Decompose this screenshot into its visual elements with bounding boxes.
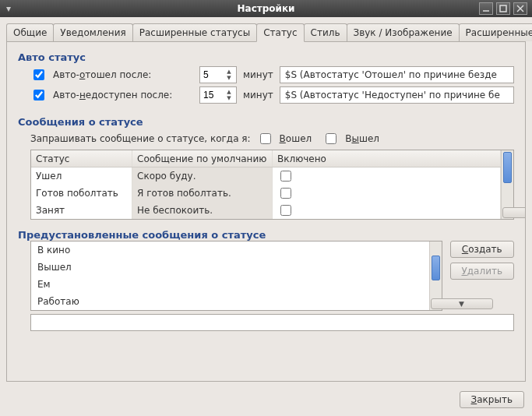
auto-away-checkbox[interactable]	[33, 69, 44, 80]
tabs: Общие Уведомления Расширенные статусы Ст…	[6, 23, 526, 42]
auto-na-message[interactable]: $S (Автостатус 'Недоступен' по причине б…	[280, 86, 514, 104]
auto-na-spin[interactable]: ▲▼	[199, 86, 237, 104]
table-scrollbar[interactable]: ▼	[501, 150, 513, 219]
tab-general[interactable]: Общие	[6, 23, 54, 41]
tab-style[interactable]: Стиль	[304, 23, 347, 41]
status-panel: Авто статус Авто-отошел после: ▲▼ минут …	[6, 42, 526, 382]
enabled-cell	[273, 202, 501, 219]
window-menu-icon[interactable]: ▾	[3, 3, 14, 14]
scrollbar-thumb[interactable]	[432, 256, 440, 280]
row-enabled-checkbox[interactable]	[280, 171, 291, 182]
maximize-button[interactable]	[496, 2, 510, 15]
list-item[interactable]: Вышел	[31, 259, 429, 276]
row-enabled-checkbox[interactable]	[280, 205, 291, 216]
presets-scrollbar[interactable]: ▼	[429, 241, 442, 310]
preset-text-input[interactable]	[30, 314, 514, 331]
scrollbar-thumb[interactable]	[503, 152, 512, 183]
auto-na-value[interactable]	[200, 90, 224, 100]
entered-label: Вошел	[280, 133, 312, 144]
auto-away-row: Авто-отошел после: ▲▼ минут $S (Автостат…	[30, 66, 514, 83]
table-row[interactable]: Занят Не беспокоить.	[31, 202, 501, 219]
list-item[interactable]: Ем	[31, 276, 429, 293]
row-enabled-checkbox[interactable]	[280, 188, 291, 199]
auto-away-message[interactable]: $S (Автостатус 'Отошел' по причине безде	[280, 66, 514, 83]
svg-rect-1	[500, 5, 506, 12]
status-cell: Занят	[31, 202, 132, 219]
dialog-footer: Закрыть	[0, 385, 532, 416]
delete-button[interactable]: Удалить	[450, 263, 515, 280]
auto-na-label: Авто-недоступен после:	[53, 90, 193, 100]
prompt-label: Запрашивать сообщение о статусе, когда я…	[30, 133, 251, 144]
entered-checkbox[interactable]	[260, 133, 271, 144]
presets-section: Предустановленные сообщения о статусе В …	[18, 229, 514, 331]
minimize-icon	[482, 5, 490, 12]
scroll-down-icon[interactable]: ▼	[502, 207, 526, 218]
table-row[interactable]: Готов поболтать Я готов поболтать.	[31, 185, 501, 202]
minimize-button[interactable]	[479, 2, 493, 15]
status-table: Статус Сообщение по умолчанию Включено У…	[30, 150, 514, 220]
spin-down-icon[interactable]: ▼	[224, 75, 234, 81]
tab-notifications[interactable]: Уведомления	[53, 23, 132, 41]
list-item[interactable]: Работаю	[31, 293, 429, 310]
spin-up-icon[interactable]: ▲	[224, 69, 234, 75]
col-status[interactable]: Статус	[31, 150, 132, 167]
status-cell: Ушел	[31, 167, 132, 185]
create-button[interactable]: Создать	[450, 241, 515, 258]
auto-na-row: Авто-недоступен после: ▲▼ минут $S (Авто…	[30, 86, 514, 104]
col-enabled[interactable]: Включено	[273, 150, 501, 167]
auto-na-checkbox[interactable]	[33, 90, 44, 100]
auto-away-label: Авто-отошел после:	[53, 69, 193, 80]
tab-sound-image[interactable]: Звук / Изображение	[347, 23, 460, 41]
auto-status-title: Авто статус	[18, 51, 514, 63]
table-row[interactable]: Ушел Скоро буду.	[31, 167, 501, 185]
status-messages-section: Сообщения о статусе Запрашивать сообщени…	[18, 116, 514, 220]
left-label: Вышел	[345, 133, 379, 144]
enabled-cell	[273, 167, 501, 185]
enabled-cell	[273, 185, 501, 202]
maximize-icon	[499, 5, 507, 12]
auto-status-section: Авто статус Авто-отошел после: ▲▼ минут …	[18, 51, 514, 107]
message-cell[interactable]: Скоро буду.	[132, 167, 273, 185]
auto-away-value[interactable]	[200, 69, 224, 80]
auto-away-unit: минут	[243, 69, 273, 80]
settings-window: ▾ Настройки Общие Уведомления Расширенны…	[0, 0, 532, 416]
spin-up-icon[interactable]: ▲	[224, 89, 234, 95]
tab-extended-statuses[interactable]: Расширенные статусы	[132, 23, 257, 41]
table-header: Статус Сообщение по умолчанию Включено	[31, 150, 501, 167]
list-item[interactable]: В кино	[31, 241, 429, 259]
presets-list: В кино Вышел Ем Работаю ▼	[30, 241, 442, 311]
status-cell: Готов поболтать	[31, 185, 132, 202]
prompt-row: Запрашивать сообщение о статусе, когда я…	[30, 131, 514, 146]
left-checkbox[interactable]	[326, 133, 336, 144]
presets-title: Предустановленные сообщения о статусе	[18, 229, 514, 241]
spin-down-icon[interactable]: ▼	[224, 95, 234, 101]
window-title: Настройки	[0, 3, 532, 14]
status-messages-title: Сообщения о статусе	[18, 116, 514, 128]
tab-status[interactable]: Статус	[256, 23, 304, 42]
auto-away-spin[interactable]: ▲▼	[199, 66, 237, 83]
close-button[interactable]: Закрыть	[460, 391, 524, 408]
close-window-button[interactable]	[513, 2, 527, 15]
auto-na-unit: минут	[243, 90, 273, 100]
message-cell[interactable]: Не беспокоить.	[132, 202, 273, 219]
titlebar: ▾ Настройки	[0, 0, 532, 17]
scroll-down-icon[interactable]: ▼	[431, 298, 493, 309]
tab-advanced[interactable]: Расширенные	[459, 23, 532, 41]
col-default[interactable]: Сообщение по умолчанию	[132, 150, 273, 167]
message-cell[interactable]: Я готов поболтать.	[132, 185, 273, 202]
close-icon	[516, 5, 524, 12]
